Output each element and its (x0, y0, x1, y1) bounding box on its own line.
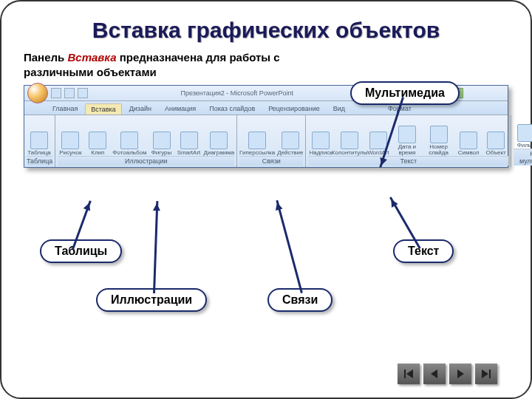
ribbon-button-icon (120, 132, 138, 149)
slide-frame: Вставка графических объектов Панель Вста… (0, 0, 532, 399)
ribbon-button-icon (369, 132, 387, 149)
ribbon-button[interactable]: Клип (85, 117, 110, 156)
ribbon-group: ФильмЗвукКлипы мультимедиа (511, 115, 532, 167)
ribbon-button-icon (210, 132, 228, 149)
ribbon-button[interactable]: Надпись (308, 117, 333, 156)
ribbon-button-label: Действие (277, 150, 303, 156)
ribbon-button[interactable]: Диаграмма (204, 117, 235, 156)
nav-next-button[interactable] (449, 364, 471, 384)
ribbon-button[interactable]: Действие (277, 117, 303, 156)
ribbon-button-label: Объект (485, 150, 505, 156)
callout-text: Текст (393, 239, 454, 263)
tab-review[interactable]: Рецензирование (262, 103, 326, 115)
callout-multimedia: Мультимедиа (350, 81, 460, 105)
nav-last-button[interactable] (475, 364, 497, 384)
arrow (153, 201, 158, 293)
ribbon-button[interactable]: Рисунок (58, 117, 83, 156)
ribbon-button-icon (460, 132, 477, 149)
slide-title: Вставка графических объектов (24, 18, 508, 43)
ribbon-button-icon (487, 132, 505, 149)
ribbon-button-icon (248, 132, 266, 149)
ribbon-button-label: Рисунок (59, 150, 81, 156)
ribbon-button-icon (398, 126, 416, 143)
tab-view[interactable]: Вид (327, 103, 351, 115)
ribbon-button[interactable]: Фотоальбом (112, 117, 146, 156)
ribbon-button-icon (341, 132, 358, 149)
ribbon-button[interactable]: Фигуры (149, 117, 174, 156)
quick-access-toolbar (51, 88, 88, 98)
ribbon-button-label: Символ (458, 150, 480, 156)
ribbon-button-icon (517, 124, 532, 142)
ribbon-button[interactable]: Гиперссылка (239, 117, 275, 156)
ribbon-button-icon (89, 132, 106, 149)
ribbon-button-icon (30, 132, 48, 149)
ribbon-button-label: Колонтитулы (332, 150, 368, 156)
nav-first-button[interactable] (398, 364, 420, 384)
ribbon-button-label: Фигуры (151, 150, 172, 156)
ribbon-button-label: SmartArt (177, 150, 201, 156)
ribbon-button[interactable]: Таблица (27, 117, 52, 156)
ribbon-group: ТаблицаТаблица (24, 115, 55, 167)
ribbon-button[interactable]: SmartArt (177, 117, 202, 156)
description: Панель Вставка предназначена для работы … (24, 50, 290, 81)
ribbon-button[interactable]: Символ (456, 117, 481, 156)
tab-home[interactable]: Главная (47, 103, 83, 115)
ribbon-button[interactable]: Объект (483, 117, 508, 156)
ribbon-button-icon (430, 126, 448, 143)
ribbon-group-name: Текст (308, 156, 508, 166)
ribbon-button-label: Надпись (309, 150, 332, 156)
ribbon-button-label: Фотоальбом (112, 150, 146, 156)
ribbon-group: НадписьКолонтитулыWordArtДата и времяНом… (306, 115, 511, 167)
ribbon-groups: ТаблицаТаблицаРисунокКлипФотоальбомФигур… (24, 115, 508, 167)
ribbon-button[interactable]: Фильм (514, 117, 532, 149)
tab-insert[interactable]: Вставка (85, 103, 121, 115)
ribbon-button-icon (61, 132, 79, 149)
ribbon-button-icon (282, 132, 299, 149)
window-title: Презентация2 - Microsoft PowerPoint (88, 89, 386, 97)
ribbon-button-label: Дата и время (393, 144, 421, 156)
callout-illustrations: Иллюстрации (96, 288, 207, 312)
ribbon-group-name: Иллюстрации (58, 156, 234, 166)
ribbon-button-label: Фильм (517, 143, 532, 149)
ribbon-button-label: Таблица (27, 150, 50, 156)
ribbon-button-icon (180, 132, 198, 149)
ribbon-group: РисунокКлипФотоальбомФигурыSmartArtДиагр… (55, 115, 237, 167)
ribbon-group-name: Таблица (27, 156, 52, 166)
ribbon-button-label: Клип (91, 150, 104, 156)
ribbon-button[interactable]: Колонтитулы (335, 117, 363, 156)
ribbon-group-name: Клипы мультимедиа (514, 149, 532, 166)
nav-prev-button[interactable] (423, 364, 446, 384)
ribbon-group: ГиперссылкаДействиеСвязи (237, 115, 306, 167)
ribbon-button[interactable]: Дата и время (393, 117, 421, 156)
ribbon-group-name: Связи (239, 156, 303, 166)
ribbon-button[interactable]: Номер слайда (423, 117, 454, 156)
ribbon-button-label: Диаграмма (204, 150, 235, 156)
ribbon-button-icon (312, 132, 330, 149)
ribbon-button-label: Номер слайда (423, 144, 454, 156)
ribbon-button-label: Гиперссылка (239, 150, 275, 156)
tab-design[interactable]: Дизайн (123, 103, 157, 115)
arrow (276, 200, 303, 293)
office-button-icon (27, 83, 48, 103)
callout-tables: Таблицы (40, 239, 122, 263)
tab-animation[interactable]: Анимация (159, 103, 202, 115)
tab-slideshow[interactable]: Показ слайдов (203, 103, 261, 115)
ribbon-button-icon (153, 132, 171, 149)
